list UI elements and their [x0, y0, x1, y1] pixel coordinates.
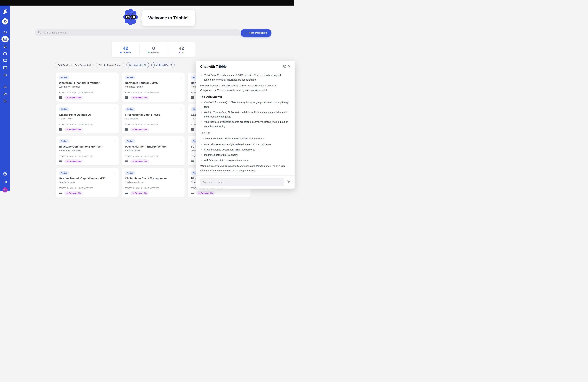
- project-subtitle: Glacier Point: [59, 117, 115, 120]
- search-input[interactable]: [43, 31, 237, 34]
- sidebar-item-projects[interactable]: [0, 36, 10, 42]
- start-label: START:: [125, 187, 132, 189]
- progress-badge: In Review • 0%: [64, 96, 83, 100]
- kebab-menu-icon[interactable]: [114, 75, 116, 79]
- project-card[interactable]: Active Redstone Community Bank Tech Reds…: [56, 136, 119, 165]
- project-card[interactable]: Active Cheltenham Asset Management Chelt…: [122, 168, 185, 191]
- chat-message-input[interactable]: [200, 178, 284, 186]
- list-lines-icon: [3, 85, 7, 88]
- sidebar-item-collapse[interactable]: [0, 180, 10, 185]
- project-subtitle: Redstone Community: [59, 149, 115, 152]
- project-title: Redstone Community Bank Tech: [59, 145, 115, 148]
- history-button[interactable]: [282, 64, 287, 69]
- exit-arrow-icon: [3, 180, 7, 184]
- chat-bullet-item: NAIC Third-Party Oversight Bulletin inst…: [200, 142, 289, 147]
- sidebar-item-chat[interactable]: [0, 58, 10, 63]
- app-logo: [0, 9, 10, 14]
- due-value: 4/25/2025: [150, 123, 159, 126]
- kebab-menu-icon[interactable]: [180, 75, 182, 79]
- chat-section-heading: The Fix:: [200, 131, 289, 135]
- chat-paragraph: Want me to show you which specific quest…: [200, 164, 289, 173]
- close-chat-button[interactable]: [287, 64, 291, 69]
- project-subtitle: Northgate Federal: [125, 85, 181, 88]
- kebab-menu-icon[interactable]: [180, 107, 182, 111]
- status-badge: Active: [59, 75, 69, 79]
- welcome-speech-bubble: Welcome to Tribble!: [142, 10, 195, 26]
- kebab-menu-icon[interactable]: [114, 139, 116, 143]
- start-label: START:: [59, 91, 66, 94]
- sidebar-item-calendar[interactable]: [0, 51, 10, 56]
- sidebar-item-sync[interactable]: [0, 44, 10, 49]
- table-icon: [59, 128, 62, 131]
- start-label: START:: [59, 155, 66, 157]
- sidebar-item-analytics[interactable]: [0, 72, 10, 77]
- due-value: 4/25/2025: [150, 155, 159, 157]
- welcome-banner: Welcome to Tribble!: [123, 8, 195, 26]
- project-card[interactable]: Active Northgate Federal CMMC Northgate …: [122, 73, 185, 102]
- project-card[interactable]: Active Granite Summit Capital InvestorDD…: [56, 168, 119, 191]
- stat-finished-value: 0: [152, 46, 155, 51]
- project-card[interactable]: Active Glacier Point Utilities OT Glacie…: [56, 105, 119, 133]
- chat-bullet-list: Third-Party Risk Management: 38% win rat…: [200, 73, 289, 82]
- sort-by-chip[interactable]: Sort By: Created Date (latest first): [55, 62, 94, 68]
- project-card[interactable]: Active Westbrook Financial IT Vendor Wes…: [56, 73, 119, 102]
- kebab-menu-icon[interactable]: [114, 107, 116, 111]
- assistant-avatar-icon: [2, 18, 8, 24]
- due-label: DUE:: [145, 123, 150, 126]
- walking-person-arrows-icon: [3, 31, 7, 35]
- chat-message: Third-Party Risk Management: 38% win rat…: [196, 71, 294, 180]
- project-dates: START: 3/26/2026 DUE: 4/25/2025: [59, 187, 115, 189]
- progress-badge: In Review • 0%: [130, 127, 149, 131]
- project-search[interactable]: [35, 29, 240, 36]
- chat-panel: Chat with Tribble Third-Party Risk Manag…: [196, 61, 294, 189]
- gear-icon: [3, 99, 7, 103]
- project-title: Glacier Point Utilities OT: [59, 113, 115, 116]
- kebab-menu-icon[interactable]: [114, 171, 116, 175]
- sidebar-item-team[interactable]: [0, 92, 10, 97]
- project-card[interactable]: Active First National Bank FinSec First …: [122, 105, 185, 133]
- stat-active[interactable]: 42 ACTIVE: [112, 42, 140, 57]
- chat-paragraph: Meanwhile, your General Product Features…: [200, 83, 289, 92]
- project-dates: START: 3/26/2026 DUE: 4/25/2025: [125, 155, 181, 157]
- table-icon: [59, 160, 62, 163]
- stat-finished-label: Finished: [151, 51, 159, 54]
- kebab-menu-icon[interactable]: [180, 139, 182, 143]
- start-value: 3/26/2026: [133, 91, 142, 94]
- table-icon: [191, 128, 194, 131]
- project-subtitle: Pacific Northern: [125, 149, 181, 152]
- due-label: DUE:: [79, 123, 84, 126]
- kebab-menu-icon[interactable]: [180, 171, 182, 175]
- longform-rfx-chip[interactable]: Longform RFx: 29: [151, 62, 175, 68]
- questionnaire-chip[interactable]: Questionnaire: 13: [126, 62, 149, 68]
- search-icon: [38, 31, 41, 35]
- sidebar-item-help[interactable]: [0, 171, 10, 176]
- sidebar-user-avatar[interactable]: TK: [0, 187, 10, 191]
- stat-active-label: ACTIVE: [123, 51, 131, 54]
- sidebar-item-settings[interactable]: [0, 99, 10, 104]
- tribble-logo-icon: [2, 9, 8, 14]
- project-subtitle: First National: [125, 117, 181, 120]
- stat-finished[interactable]: 0 Finished: [140, 42, 168, 57]
- sidebar-item-handoff[interactable]: [0, 30, 10, 35]
- project-subtitle: Westbrook Financial: [59, 85, 115, 88]
- stat-all[interactable]: 42 All: [168, 42, 195, 57]
- sidebar-item-assistant[interactable]: [0, 18, 10, 24]
- chat-bullet-item: Your technical evaluation scores are str…: [200, 120, 289, 129]
- filter-owner-chip[interactable]: Filter by Project Owner: [96, 62, 124, 68]
- table-icon: [191, 160, 194, 163]
- start-value: 3/26/2026: [67, 91, 76, 94]
- projects-card-icon: [1, 36, 9, 42]
- new-project-button[interactable]: + NEW PROJECT: [241, 29, 272, 37]
- stat-all-label: All: [181, 51, 184, 54]
- project-card[interactable]: Active Pacific Northern Energy Vendor Pa…: [122, 136, 185, 165]
- sidebar-item-tasks[interactable]: [0, 65, 10, 70]
- due-value: 4/25/2025: [84, 187, 93, 189]
- due-label: DUE:: [145, 155, 150, 157]
- sidebar-item-library[interactable]: [0, 85, 10, 89]
- calendar-icon: [3, 52, 7, 56]
- due-label: DUE:: [145, 187, 150, 189]
- project-dates: START: 3/26/2026 DUE: 4/25/2025: [125, 91, 181, 94]
- send-button[interactable]: [287, 179, 292, 185]
- start-label: START:: [59, 187, 66, 189]
- chat-header: Chat with Tribble: [196, 61, 294, 71]
